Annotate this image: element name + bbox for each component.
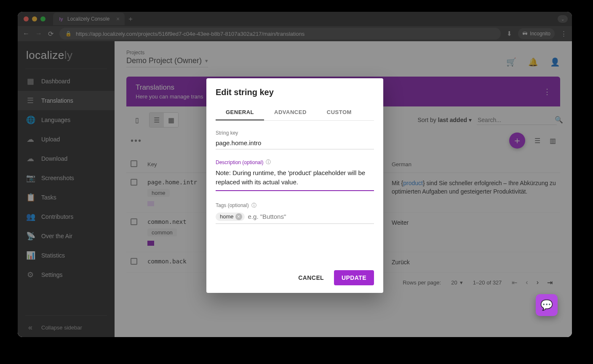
string-key-input[interactable] <box>216 138 374 149</box>
help-icon[interactable]: ⓘ <box>251 202 256 209</box>
chat-icon: 💬 <box>540 299 553 311</box>
update-button[interactable]: UPDATE <box>334 270 374 285</box>
cancel-button[interactable]: CANCEL <box>296 270 326 285</box>
tags-input[interactable] <box>248 213 374 220</box>
tab-custom[interactable]: CUSTOM <box>317 105 362 120</box>
help-icon[interactable]: ⓘ <box>266 159 271 166</box>
modal-title: Edit string key <box>216 88 374 97</box>
chat-fab[interactable]: 💬 <box>536 294 558 316</box>
description-input[interactable] <box>216 167 374 191</box>
tag-chip[interactable]: home× <box>216 213 245 221</box>
tab-advanced[interactable]: ADVANCED <box>264 105 317 120</box>
tags-label: Tags (optional)ⓘ <box>216 202 374 209</box>
string-key-label: String key <box>216 130 374 136</box>
modal-tabs: GENERAL ADVANCED CUSTOM <box>216 105 374 121</box>
remove-tag-icon[interactable]: × <box>235 213 242 220</box>
description-label: Description (optional)ⓘ <box>216 159 374 166</box>
edit-string-modal: Edit string key GENERAL ADVANCED CUSTOM … <box>206 78 383 293</box>
tab-general[interactable]: GENERAL <box>216 105 264 120</box>
